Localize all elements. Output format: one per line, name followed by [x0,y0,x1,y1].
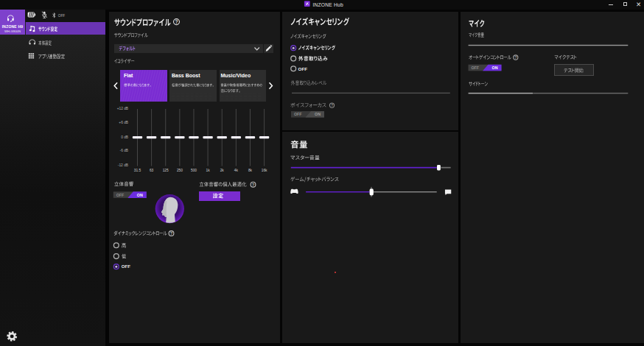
svg-text:?: ? [175,19,178,24]
svg-text:OFF: OFF [294,112,302,116]
svg-text:?: ? [331,103,333,107]
svg-text:OFF: OFF [471,66,479,70]
svg-text:?: ? [514,55,517,60]
svg-text:ON: ON [315,112,321,116]
svg-text:ON: ON [492,66,498,70]
svg-text:?: ? [170,231,173,236]
svg-text:ON: ON [137,193,143,197]
svg-text:?: ? [252,183,255,187]
svg-text:OFF: OFF [116,193,125,197]
